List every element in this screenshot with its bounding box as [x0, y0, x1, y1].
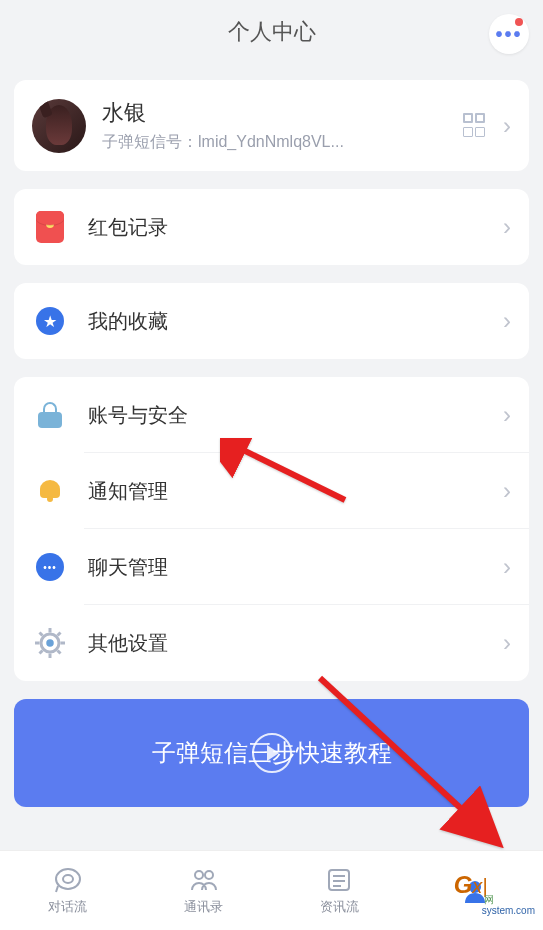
contacts-icon: [187, 866, 221, 894]
chat-icon: •••: [32, 549, 68, 585]
page-title: 个人中心: [228, 17, 316, 47]
other-row[interactable]: 其他设置 ›: [14, 605, 529, 681]
profile-name: 水银: [102, 98, 463, 128]
chevron-right-icon: ›: [503, 213, 511, 241]
chevron-right-icon: ›: [503, 307, 511, 335]
notifications-label: 通知管理: [88, 478, 503, 505]
more-button[interactable]: •••: [489, 14, 529, 54]
watermark: Gx|网system.com: [454, 871, 535, 916]
notification-dot: [515, 18, 523, 26]
tutorial-banner[interactable]: 子弹短信三步快速教程: [14, 699, 529, 807]
chevron-right-icon: ›: [503, 401, 511, 429]
gear-icon: [32, 625, 68, 661]
header: 个人中心 •••: [0, 0, 543, 64]
security-row[interactable]: 账号与安全 ›: [14, 377, 529, 453]
svg-point-1: [46, 639, 54, 647]
redpacket-label: 红包记录: [88, 214, 503, 241]
star-icon: ★: [32, 303, 68, 339]
tab-contacts-label: 通讯录: [184, 898, 223, 916]
feed-icon: [322, 866, 356, 894]
chat-row[interactable]: ••• 聊天管理 ›: [14, 529, 529, 605]
profile-text: 水银 子弹短信号：lmid_YdnNmlq8VL...: [102, 98, 463, 153]
redpacket-card: 红包记录 ›: [14, 189, 529, 265]
chevron-right-icon: ›: [503, 629, 511, 657]
svg-point-4: [195, 871, 203, 879]
play-icon: [252, 733, 292, 773]
chevron-right-icon: ›: [503, 477, 511, 505]
tab-chat-label: 对话流: [48, 898, 87, 916]
favorites-label: 我的收藏: [88, 308, 503, 335]
other-label: 其他设置: [88, 630, 503, 657]
svg-point-3: [63, 875, 73, 883]
security-label: 账号与安全: [88, 402, 503, 429]
chevron-right-icon: ›: [503, 553, 511, 581]
tab-feed[interactable]: 资讯流: [272, 866, 408, 916]
tab-feed-label: 资讯流: [320, 898, 359, 916]
favorites-card: ★ 我的收藏 ›: [14, 283, 529, 359]
avatar: [32, 99, 86, 153]
redpacket-row[interactable]: 红包记录 ›: [14, 189, 529, 265]
lock-icon: [32, 397, 68, 433]
settings-card: 账号与安全 › 通知管理 › ••• 聊天管理 › 其他设置 ›: [14, 377, 529, 681]
profile-card[interactable]: 水银 子弹短信号：lmid_YdnNmlq8VL... ›: [14, 80, 529, 171]
svg-point-2: [56, 869, 80, 889]
tab-chat[interactable]: 对话流: [0, 866, 136, 916]
tab-contacts[interactable]: 通讯录: [136, 866, 272, 916]
chatflow-icon: [51, 866, 85, 894]
qr-icon[interactable]: [463, 113, 489, 139]
svg-point-5: [205, 871, 213, 879]
redpacket-icon: [32, 209, 68, 245]
bell-icon: [32, 473, 68, 509]
favorites-row[interactable]: ★ 我的收藏 ›: [14, 283, 529, 359]
content: 水银 子弹短信号：lmid_YdnNmlq8VL... › 红包记录 › ★ 我…: [0, 64, 543, 807]
chevron-right-icon: ›: [503, 112, 511, 140]
profile-id: 子弹短信号：lmid_YdnNmlq8VL...: [102, 132, 463, 153]
notifications-row[interactable]: 通知管理 ›: [14, 453, 529, 529]
chat-label: 聊天管理: [88, 554, 503, 581]
